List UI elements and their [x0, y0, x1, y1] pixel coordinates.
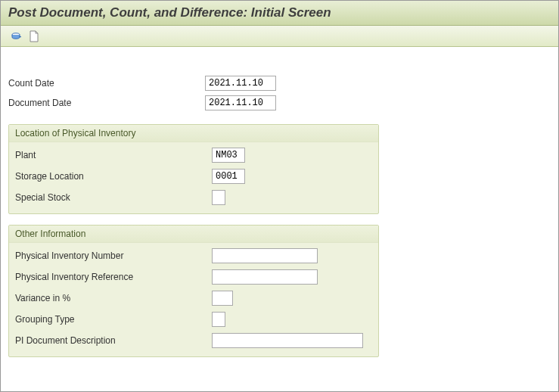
row-pi-reference: Physical Inventory Reference	[15, 267, 372, 287]
storage-location-input[interactable]	[212, 169, 245, 184]
variance-input[interactable]	[212, 291, 233, 306]
toolbar	[1, 26, 558, 47]
variance-label: Variance in %	[15, 293, 212, 303]
document-date-input[interactable]	[205, 95, 276, 110]
row-count-date: Count Date	[8, 74, 551, 92]
storage-location-label: Storage Location	[15, 171, 212, 182]
row-storage-location: Storage Location	[15, 166, 372, 186]
pi-number-input[interactable]	[212, 248, 318, 263]
content-area: Count Date Document Date Location of Phy…	[1, 47, 558, 391]
row-pi-number: Physical Inventory Number	[15, 246, 372, 266]
pi-number-label: Physical Inventory Number	[15, 250, 212, 261]
grouping-label: Grouping Type	[15, 314, 212, 325]
new-doc-icon[interactable]	[28, 30, 40, 42]
count-date-input[interactable]	[205, 76, 276, 91]
grouping-input[interactable]	[212, 312, 225, 327]
group-location: Location of Physical Inventory Plant Sto…	[8, 124, 379, 214]
group-other-title: Other Information	[9, 226, 378, 243]
special-stock-input[interactable]	[212, 190, 225, 205]
pi-description-input[interactable]	[212, 333, 363, 348]
window-frame: Post Document, Count, and Difference: In…	[0, 0, 559, 392]
row-special-stock: Special Stock	[15, 188, 372, 207]
run-icon[interactable]	[10, 30, 22, 42]
group-location-title: Location of Physical Inventory	[9, 125, 378, 142]
pi-reference-label: Physical Inventory Reference	[15, 272, 212, 282]
row-grouping-type: Grouping Type	[15, 310, 372, 329]
plant-label: Plant	[15, 150, 212, 160]
title-bar: Post Document, Count, and Difference: In…	[1, 1, 558, 26]
document-date-label: Document Date	[8, 98, 205, 108]
count-date-label: Count Date	[8, 78, 205, 89]
plant-input[interactable]	[212, 148, 245, 163]
pi-description-label: PI Document Description	[15, 335, 212, 346]
page-title: Post Document, Count, and Difference: In…	[8, 5, 551, 20]
pi-reference-input[interactable]	[212, 269, 318, 285]
group-other: Other Information Physical Inventory Num…	[8, 225, 379, 357]
row-pi-description: PI Document Description	[15, 331, 372, 350]
top-fields: Count Date Document Date	[8, 74, 551, 112]
svg-rect-1	[19, 36, 21, 37]
row-plant: Plant	[15, 145, 372, 165]
special-stock-label: Special Stock	[15, 192, 212, 203]
row-document-date: Document Date	[8, 94, 551, 112]
row-variance: Variance in %	[15, 288, 372, 308]
